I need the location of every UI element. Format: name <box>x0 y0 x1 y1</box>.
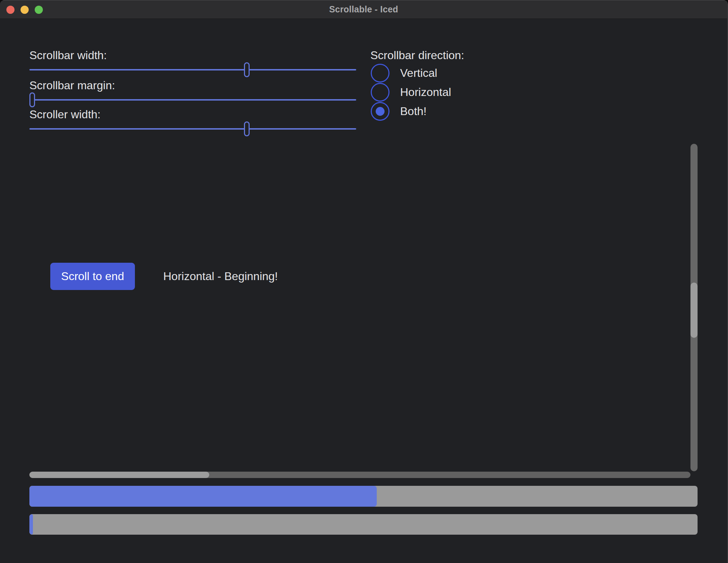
progress-fill <box>29 486 377 507</box>
scrollbar-direction-label: Scrollbar direction: <box>370 47 464 63</box>
slider-handle[interactable] <box>29 92 35 107</box>
radio-option-label: Vertical <box>400 67 437 80</box>
horizontal-progress-bar <box>29 486 698 507</box>
slider-handle[interactable] <box>244 121 250 136</box>
radio-circle-icon[interactable] <box>371 102 389 121</box>
radio-option-horizontal[interactable]: Horizontal <box>371 83 451 102</box>
radio-option-label: Horizontal <box>400 86 451 99</box>
radio-option-label: Both! <box>400 105 427 118</box>
vertical-scrollbar[interactable] <box>690 144 698 471</box>
traffic-lights <box>6 0 43 19</box>
radio-dot-icon <box>376 107 385 116</box>
app-window: Scrollable - Iced Scrollbar width: Scrol… <box>0 0 728 563</box>
horizontal-scrollbar[interactable] <box>29 472 690 478</box>
slider-handle[interactable] <box>244 62 250 77</box>
zoom-button[interactable] <box>35 6 43 14</box>
progress-fill <box>29 514 33 535</box>
vertical-scroller-thumb[interactable] <box>690 283 698 337</box>
scroll-status-text: Horizontal - Beginning! <box>163 263 278 290</box>
vertical-progress-bar <box>29 514 698 535</box>
scroller-width-slider[interactable] <box>29 128 356 130</box>
scrollbar-margin-label: Scrollbar margin: <box>29 78 115 93</box>
scrollbar-margin-slider[interactable] <box>29 99 356 101</box>
title-bar: Scrollable - Iced <box>0 0 727 19</box>
minimize-button[interactable] <box>21 6 29 14</box>
radio-circle-icon[interactable] <box>371 64 389 83</box>
window-title: Scrollable - Iced <box>329 4 398 15</box>
radio-option-both[interactable]: Both! <box>371 102 427 121</box>
scroller-width-label: Scroller width: <box>29 107 101 122</box>
radio-option-vertical[interactable]: Vertical <box>371 63 437 83</box>
radio-circle-icon[interactable] <box>371 83 389 102</box>
scrollbar-width-label: Scrollbar width: <box>29 47 107 63</box>
close-button[interactable] <box>6 6 15 14</box>
scroll-to-end-button[interactable]: Scroll to end <box>50 263 135 290</box>
horizontal-scroller-thumb[interactable] <box>29 472 209 478</box>
scrollbar-width-slider[interactable] <box>29 69 356 70</box>
